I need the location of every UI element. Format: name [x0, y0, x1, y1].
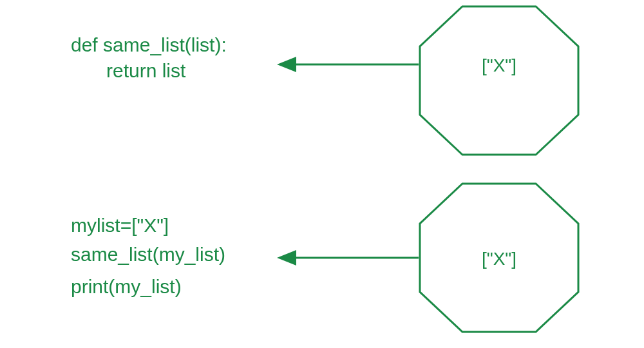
- top-group: def same_list(list): return list ["X"]: [71, 6, 578, 155]
- bottom-code-line3: print(my_list): [71, 276, 182, 297]
- bottom-code-line2: same_list(my_list): [71, 244, 225, 265]
- top-code-line1: def same_list(list):: [71, 34, 227, 55]
- bottom-code-line1: mylist=["X"]: [71, 215, 169, 236]
- top-octagon-shape: [420, 6, 578, 155]
- top-octagon-node: ["X"]: [420, 6, 578, 155]
- bottom-arrow: [277, 250, 419, 266]
- top-arrow-head: [277, 57, 296, 72]
- top-code-line2: return list: [106, 60, 186, 81]
- bottom-group: mylist=["X"] same_list(my_list) print(my…: [71, 184, 578, 332]
- bottom-octagon-node: ["X"]: [420, 184, 578, 332]
- top-node-label: ["X"]: [482, 55, 516, 75]
- bottom-arrow-head: [277, 250, 296, 266]
- bottom-node-label: ["X"]: [482, 249, 516, 269]
- diagram-canvas: def same_list(list): return list ["X"] m…: [0, 0, 644, 348]
- top-arrow: [277, 57, 419, 72]
